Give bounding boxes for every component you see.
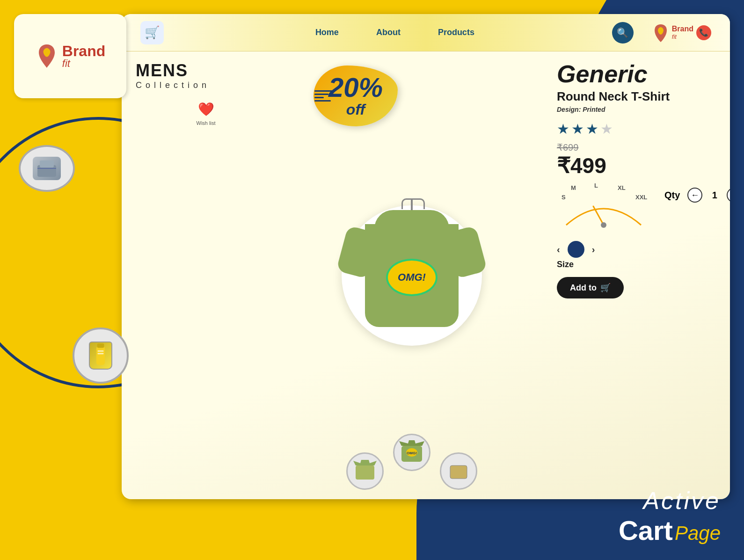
sweatshirt: OMG! bbox=[365, 224, 459, 327]
qty-decrease-button[interactable]: ← bbox=[687, 188, 702, 203]
qty-label: Qty bbox=[664, 190, 680, 201]
mens-title: MENS bbox=[136, 61, 276, 80]
thumb-shirt-3-inner bbox=[445, 456, 473, 486]
product-title: Generic bbox=[557, 61, 716, 87]
brand-logo-icon bbox=[35, 42, 58, 70]
thumb-shirt-2-inner: OMG! bbox=[398, 437, 426, 467]
brand-name: Brand bbox=[62, 44, 105, 58]
active-label: Active bbox=[619, 487, 721, 515]
price-new: ₹499 bbox=[557, 153, 716, 178]
price-old: ₹699 bbox=[557, 142, 716, 153]
nav-home[interactable]: Home bbox=[315, 28, 339, 37]
discount-percent: 20% bbox=[328, 74, 383, 101]
nav-products[interactable]: Products bbox=[438, 28, 474, 37]
card-right-section: Generic Round Neck T-Shirt Design: Print… bbox=[547, 61, 716, 490]
thumb-shirt-2[interactable]: OMG! bbox=[393, 434, 430, 471]
svg-rect-5 bbox=[98, 350, 104, 352]
nav-brand-fit: fit bbox=[672, 33, 693, 40]
thumb-shirt-3[interactable] bbox=[440, 452, 477, 490]
size-label: Size bbox=[557, 260, 650, 269]
svg-text:S: S bbox=[562, 194, 566, 201]
nav-phone-icon[interactable]: 📞 bbox=[696, 25, 711, 40]
qty-value: 1 bbox=[710, 190, 719, 201]
nav-about[interactable]: About bbox=[376, 28, 401, 37]
cart-page-row: Cart Page bbox=[619, 515, 721, 546]
qty-controls: Qty ← 1 → bbox=[664, 188, 730, 203]
svg-text:L: L bbox=[594, 183, 598, 189]
speed-line-1 bbox=[314, 90, 333, 92]
svg-text:M: M bbox=[571, 184, 576, 191]
svg-rect-14 bbox=[356, 465, 374, 480]
discount-sticker: 20% off bbox=[314, 65, 398, 126]
add-to-cart-button[interactable]: Add to 🛒 bbox=[557, 277, 624, 298]
mens-collection: MENS Collection bbox=[136, 61, 276, 90]
discount-badge: 20% off bbox=[314, 65, 398, 126]
sleeve-right bbox=[444, 225, 487, 279]
size-arc-svg: M L XL S XXL bbox=[557, 183, 650, 234]
nav-brand-name: Brand bbox=[672, 25, 693, 33]
qty-section: Qty ← 1 → bbox=[664, 183, 730, 217]
product-image: OMG! bbox=[351, 215, 473, 336]
star-1: ★ bbox=[557, 121, 569, 137]
nav-brand-right: Brand fit 📞 bbox=[652, 23, 711, 43]
brand-logo-box: Brand fit bbox=[14, 14, 126, 98]
active-cart-page-text: Active Cart Page bbox=[619, 487, 721, 546]
qty-increase-button[interactable]: → bbox=[727, 188, 730, 203]
speed-lines bbox=[314, 90, 333, 102]
wishlist-label: Wish list bbox=[197, 120, 216, 126]
svg-text:OMG!: OMG! bbox=[407, 451, 417, 455]
product-subtitle: Round Neck T-Shirt bbox=[557, 89, 716, 104]
nav-brand-logo-icon bbox=[652, 23, 669, 43]
star-rating: ★ ★ ★ ★ bbox=[557, 121, 716, 137]
star-4: ★ bbox=[600, 121, 613, 137]
card-body: MENS Collection ❤️ Wish list bbox=[122, 51, 730, 499]
product-design: Design: Printed bbox=[557, 106, 716, 113]
cart-icon: 🛒 bbox=[600, 283, 611, 293]
card-left-section: MENS Collection ❤️ Wish list bbox=[136, 61, 276, 490]
speed-line-3 bbox=[314, 97, 324, 98]
sleeve-left bbox=[336, 225, 379, 279]
navbar: 🛒 Home About Products 🔍 Brand fit 📞 bbox=[122, 14, 730, 51]
thumb-shirt-1[interactable] bbox=[346, 452, 384, 490]
speed-line-4 bbox=[314, 100, 331, 102]
svg-rect-6 bbox=[98, 353, 104, 354]
page-label: Page bbox=[675, 522, 721, 545]
svg-text:XL: XL bbox=[618, 184, 626, 191]
size-indicator bbox=[568, 241, 584, 258]
nav-cart-icon[interactable]: 🛒 bbox=[140, 21, 164, 44]
nav-links: Home About Products bbox=[187, 28, 603, 37]
collection-subtitle: Collection bbox=[136, 80, 276, 90]
size-prev-button[interactable]: ‹ bbox=[557, 244, 560, 255]
wishlist-button[interactable]: ❤️ Wish list bbox=[136, 100, 276, 126]
size-nav: ‹ › bbox=[557, 241, 650, 258]
thumbnail-top-left[interactable] bbox=[19, 145, 75, 192]
main-product-card: 🛒 Home About Products 🔍 Brand fit 📞 MENS bbox=[122, 14, 730, 499]
nav-search-button[interactable]: 🔍 bbox=[612, 22, 634, 44]
star-3: ★ bbox=[586, 121, 598, 137]
svg-rect-3 bbox=[96, 346, 105, 365]
add-to-cart-label: Add to bbox=[570, 283, 597, 293]
thumbnail-bottom-left[interactable] bbox=[73, 327, 129, 384]
product-thumb-2 bbox=[89, 342, 112, 370]
svg-rect-1 bbox=[40, 160, 54, 167]
svg-rect-18 bbox=[450, 465, 467, 479]
product-circle: OMG! bbox=[342, 205, 482, 346]
wishlist-heart-icon: ❤️ bbox=[197, 100, 215, 118]
svg-rect-4 bbox=[97, 343, 104, 348]
svg-point-13 bbox=[601, 222, 606, 228]
size-next-button[interactable]: › bbox=[592, 244, 595, 255]
price-section: ₹699 ₹499 bbox=[557, 142, 716, 178]
size-selector: M L XL S XXL ‹ bbox=[557, 183, 716, 269]
cart-label: Cart bbox=[619, 515, 673, 546]
design-value: Printed bbox=[583, 106, 605, 113]
star-2: ★ bbox=[571, 121, 584, 137]
product-image-area: 20% off OMG! bbox=[285, 61, 538, 490]
product-thumb-1 bbox=[33, 157, 61, 180]
design-label: Design: bbox=[557, 106, 581, 113]
svg-text:XXL: XXL bbox=[635, 194, 647, 201]
thumbnails-row: OMG! bbox=[271, 434, 552, 490]
discount-off: off bbox=[346, 101, 365, 118]
brand-fit: fit bbox=[62, 58, 105, 69]
omg-badge: OMG! bbox=[386, 259, 438, 296]
speed-line-2 bbox=[314, 94, 328, 95]
